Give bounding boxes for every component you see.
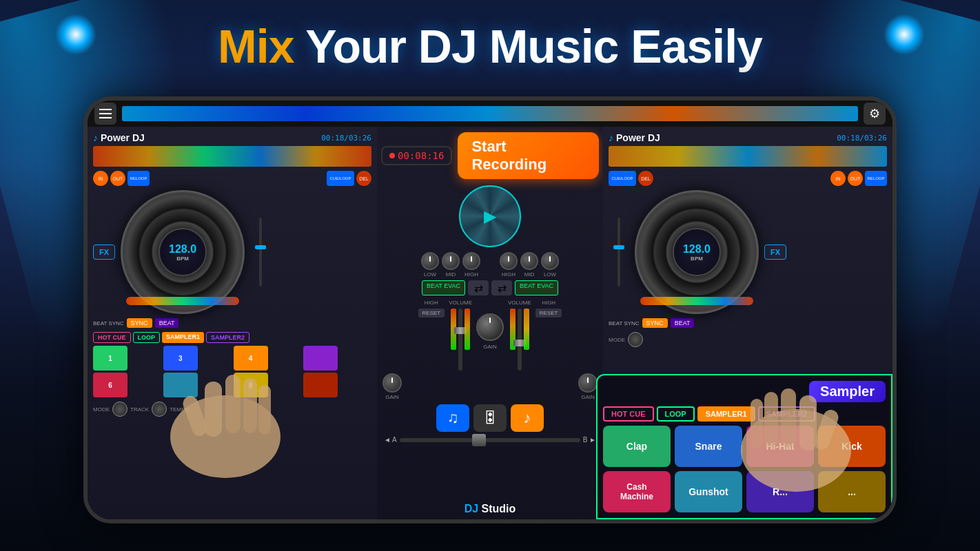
gain-label: GAIN [483, 344, 497, 350]
right-fader-track[interactable] [518, 309, 522, 371]
right-turntable[interactable]: 128.0 BPM [635, 190, 759, 314]
left-loop-tab[interactable]: LOOP [133, 332, 161, 343]
sync-icon-left[interactable]: ⇄ [468, 280, 489, 295]
right-cueloop-button[interactable]: CUE/LOOP [609, 171, 636, 186]
sample-pad-clap[interactable]: Clap [603, 426, 671, 467]
right-fader-controls: HIGH RESET [535, 300, 562, 318]
left-out-button[interactable]: OUT [110, 171, 125, 186]
left-fader-track[interactable] [458, 309, 462, 371]
right-deck-title: ♪ Power DJ [609, 132, 660, 143]
left-pad-8[interactable] [303, 373, 338, 397]
sample-pad-r[interactable]: R... [746, 471, 814, 512]
title-rest: Your DJ Music Easily [294, 20, 762, 72]
crossfader-right-label: B ► [583, 436, 596, 444]
beat-evac-button-left[interactable]: BEAT EVAC [422, 280, 465, 295]
left-waveform [93, 146, 371, 167]
left-pad-1[interactable]: 1 [93, 346, 127, 371]
left-pad-6[interactable] [163, 373, 198, 397]
phone-frame: ⚙ ♪ Power DJ 00:18/03:26 IN [83, 96, 897, 523]
left-beatsync-button[interactable]: BEAT [155, 318, 179, 328]
record-timer: 00:08:16 [381, 146, 452, 165]
tempo-label: TEMPO [170, 406, 189, 413]
left-deck-title: ♪ Power DJ [93, 132, 145, 143]
spotlight-left [55, 14, 96, 55]
right-out-button[interactable]: OUT [848, 171, 863, 186]
reset-button-left[interactable]: RESET [418, 309, 445, 318]
left-fx-button[interactable]: FX [93, 245, 115, 260]
volume-label: VOLUME [449, 300, 472, 306]
record-dot [389, 153, 395, 158]
beat-sync-label: BEAT SYNC [93, 320, 124, 326]
left-sync-button[interactable]: SYNC [127, 318, 152, 328]
right-fx-button[interactable]: FX [764, 245, 786, 260]
sample-pad-hihat[interactable]: Hi-Hat [746, 426, 814, 467]
start-recording-button[interactable]: Start Recording [458, 132, 599, 179]
knob-circle-low-right[interactable] [541, 252, 559, 270]
sample-pad-cash-machine[interactable]: CashMachine [603, 471, 671, 512]
left-reloop-button[interactable]: RELOOP [127, 171, 150, 186]
left-in-button[interactable]: IN [93, 171, 108, 186]
sync-icon-right[interactable]: ⇄ [491, 280, 512, 295]
eq-knobs-top: LOW MID HIGH HIGH [377, 251, 603, 279]
left-pad-grid: 1 3 4 6 8 [93, 346, 371, 397]
right-beatsync-button[interactable]: BEAT [671, 318, 695, 328]
knob-mid-left: MID [442, 252, 460, 278]
left-pitch-slider[interactable] [250, 218, 271, 287]
left-delete-button[interactable]: DEL [356, 171, 371, 186]
hot-cue-tab[interactable]: HOT CUE [603, 406, 654, 422]
transport-music-left[interactable]: ♫ [436, 404, 469, 432]
left-turntable[interactable]: 128.0 BPM [121, 190, 245, 314]
knob-circle-low-left[interactable] [421, 252, 439, 270]
left-pad-3[interactable]: 4 [234, 346, 268, 371]
left-pad-5[interactable]: 6 [93, 373, 127, 397]
loop-tab[interactable]: LOOP [657, 406, 695, 422]
sample-pad-gunshot[interactable]: Gunshot [675, 471, 742, 512]
settings-button[interactable]: ⚙ [864, 103, 886, 125]
gain-knob-circle-right[interactable] [578, 373, 598, 393]
left-sampler1-tab[interactable]: SAMPLER1 [162, 332, 204, 343]
right-pitch-slider[interactable] [609, 218, 629, 287]
dj-studio-label: DJ Studio [465, 503, 516, 515]
left-pad-2[interactable]: 3 [163, 346, 198, 371]
right-turntable-center: 128.0 BPM [673, 228, 721, 276]
left-controls-row: IN OUT RELOOP CUE/LOOP DEL [93, 171, 371, 186]
right-pitch-track [617, 218, 620, 287]
left-pad-7[interactable]: 8 [234, 373, 268, 397]
knob-circle-high-right[interactable] [500, 252, 518, 270]
menu-button[interactable] [94, 103, 116, 125]
left-cueloop-button[interactable]: CUE/LOOP [327, 171, 354, 186]
left-sampler2-tab[interactable]: SAMPLER2 [206, 332, 249, 343]
gain-knob-circle-left[interactable] [382, 373, 402, 393]
knob-mid-right: MID [520, 252, 538, 278]
beat-evac-button-right[interactable]: BEAT EVAC [515, 280, 558, 295]
sampler-pad-grid: Clap Snare Hi-Hat Kick CashMachine Gunsh… [603, 426, 886, 512]
crossfader-track[interactable] [400, 438, 580, 442]
knob-circle-high-left[interactable] [462, 252, 480, 270]
sample-pad-extra[interactable]: ... [818, 471, 886, 512]
left-pad-4[interactable] [303, 346, 338, 371]
sample-pad-kick[interactable]: Kick [818, 426, 886, 467]
right-sync-button[interactable]: SYNC [642, 318, 668, 328]
sampler1-tab[interactable]: SAMPLER1 [697, 406, 755, 422]
right-delete-button[interactable]: DEL [638, 171, 653, 186]
knob-circle-mid-left[interactable] [442, 252, 460, 270]
sampler2-tab[interactable]: SAMPLER2 [758, 406, 816, 422]
knob-circle-mid-right[interactable] [520, 252, 538, 270]
reset-button-right[interactable]: RESET [535, 309, 562, 318]
right-mode-knob[interactable] [628, 332, 643, 347]
dj-controller-area: ♪ Power DJ 00:18/03:26 IN OUT [88, 127, 892, 519]
gain-knob-row: GAIN GAIN [377, 373, 603, 400]
left-hot-cue-tab[interactable]: HOT CUE [93, 332, 131, 343]
gain-knob-left: GAIN [382, 373, 402, 400]
transport-music-right[interactable]: ♪ [511, 404, 544, 432]
sample-pad-snare[interactable]: Snare [675, 426, 742, 467]
left-track-knob[interactable] [152, 402, 167, 417]
volume-knob[interactable] [476, 313, 504, 341]
left-mode-knob[interactable] [112, 402, 127, 417]
main-title: Mix Your DJ Music Easily [218, 19, 762, 73]
left-fader-controls: HIGH RESET [418, 300, 445, 318]
knob-low-right: LOW [541, 252, 559, 278]
right-in-button[interactable]: IN [830, 171, 846, 186]
right-reloop-button[interactable]: RELOOP [865, 171, 887, 186]
transport-headphone[interactable]: 🎛 [473, 404, 507, 432]
